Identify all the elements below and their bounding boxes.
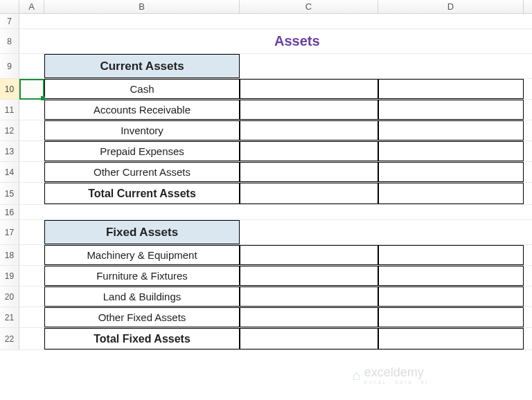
col-header-C[interactable]: C: [240, 0, 378, 13]
cell-A18[interactable]: [19, 245, 44, 265]
item-inventory[interactable]: Inventory: [44, 120, 240, 140]
cell-A20[interactable]: [19, 287, 44, 307]
cell-D18[interactable]: [378, 245, 524, 265]
cell-C19[interactable]: [240, 266, 378, 286]
col-header-A[interactable]: A: [19, 0, 44, 13]
item-furniture-fixtures[interactable]: Furniture & Fixtures: [44, 266, 240, 286]
cell-A19[interactable]: [19, 266, 44, 286]
row-header-13[interactable]: 13: [0, 141, 19, 161]
total-fixed-assets[interactable]: Total Fixed Assets: [44, 328, 240, 349]
select-all-corner[interactable]: [0, 0, 19, 13]
item-machinery-equipment[interactable]: Machinery & Equipment: [44, 245, 240, 265]
cell-A21[interactable]: [19, 307, 44, 327]
cell-C16[interactable]: [240, 205, 378, 219]
cell-A16[interactable]: [19, 205, 44, 219]
row-9: 9 Current Assets: [0, 54, 532, 79]
row-header-18[interactable]: 18: [0, 245, 19, 265]
item-other-current-assets[interactable]: Other Current Assets: [44, 162, 240, 182]
cell-C11[interactable]: [240, 100, 378, 120]
cell-C12[interactable]: [240, 120, 378, 140]
cell-A7[interactable]: [19, 14, 44, 28]
cell-C18[interactable]: [240, 245, 378, 265]
cell-A10[interactable]: [19, 79, 44, 99]
item-other-fixed-assets[interactable]: Other Fixed Assets: [44, 307, 240, 327]
row-header-15[interactable]: 15: [0, 183, 19, 204]
row-header-20[interactable]: 20: [0, 287, 19, 307]
row-12: 12 Inventory: [0, 120, 532, 141]
page-title: Assets: [240, 29, 378, 53]
row-16: 16: [0, 205, 532, 220]
cell-C20[interactable]: [240, 287, 378, 307]
cell-A13[interactable]: [19, 141, 44, 161]
cell-C22[interactable]: [240, 328, 378, 349]
item-accounts-receivable[interactable]: Accounts Receivable: [44, 100, 240, 120]
row-11: 11 Accounts Receivable: [0, 100, 532, 120]
section-header-fixed-assets[interactable]: Fixed Assets: [44, 220, 240, 244]
cell-D22[interactable]: [378, 328, 524, 349]
cell-D15[interactable]: [378, 183, 524, 204]
row-7: 7: [0, 14, 532, 29]
cell-C21[interactable]: [240, 307, 378, 327]
cell-D19[interactable]: [378, 266, 524, 286]
cell-A12[interactable]: [19, 120, 44, 140]
row-header-11[interactable]: 11: [0, 100, 19, 120]
row-header-10[interactable]: 10: [0, 79, 19, 99]
item-land-buildings[interactable]: Land & Buildings: [44, 287, 240, 307]
cell-A17[interactable]: [19, 220, 44, 244]
cell-A9[interactable]: [19, 54, 44, 78]
row-header-16[interactable]: 16: [0, 205, 19, 219]
cell-C14[interactable]: [240, 162, 378, 182]
cell-D11[interactable]: [378, 100, 524, 120]
cell-A8[interactable]: [19, 29, 44, 53]
row-21: 21 Other Fixed Assets: [0, 307, 532, 328]
row-19: 19 Furniture & Fixtures: [0, 266, 532, 287]
row-header-17[interactable]: 17: [0, 220, 19, 244]
row-10: 10 Cash: [0, 79, 532, 100]
cell-D7[interactable]: [378, 14, 524, 28]
cell-D16[interactable]: [378, 205, 524, 219]
watermark-brand: exceldemy: [364, 365, 424, 379]
row-22: 22 Total Fixed Assets: [0, 328, 532, 350]
row-header-19[interactable]: 19: [0, 266, 19, 286]
cell-C13[interactable]: [240, 141, 378, 161]
watermark-logo-icon: ⌂: [353, 367, 361, 383]
col-header-B[interactable]: B: [44, 0, 240, 13]
cell-B8[interactable]: x: [44, 29, 240, 53]
cell-D12[interactable]: [378, 120, 524, 140]
cell-D8[interactable]: [378, 29, 524, 53]
cell-C10[interactable]: [240, 79, 378, 99]
item-cash[interactable]: Cash: [44, 79, 240, 99]
row-header-14[interactable]: 14: [0, 162, 19, 182]
row-13: 13 Prepaid Expenses: [0, 141, 532, 162]
cell-C15[interactable]: [240, 183, 378, 204]
col-header-D[interactable]: D: [378, 0, 524, 13]
cell-B16[interactable]: [44, 205, 240, 219]
cell-A22[interactable]: [19, 328, 44, 349]
cell-C17[interactable]: [240, 220, 378, 244]
cell-D17[interactable]: [378, 220, 524, 244]
cell-C7[interactable]: [240, 14, 378, 28]
cell-D9[interactable]: [378, 54, 524, 78]
cell-D10[interactable]: [378, 79, 524, 99]
watermark: ⌂ exceldemy EXCEL · DATA · BI: [353, 365, 428, 385]
cell-B7[interactable]: [44, 14, 240, 28]
section-header-current-assets[interactable]: Current Assets: [44, 54, 240, 78]
row-18: 18 Machinery & Equipment: [0, 245, 532, 266]
cell-D14[interactable]: [378, 162, 524, 182]
cell-D21[interactable]: [378, 307, 524, 327]
row-header-12[interactable]: 12: [0, 120, 19, 140]
cell-A14[interactable]: [19, 162, 44, 182]
row-header-7[interactable]: 7: [0, 14, 19, 28]
cell-C9[interactable]: [240, 54, 378, 78]
row-header-22[interactable]: 22: [0, 328, 19, 349]
row-header-21[interactable]: 21: [0, 307, 19, 327]
total-current-assets[interactable]: Total Current Assets: [44, 183, 240, 204]
item-prepaid-expenses[interactable]: Prepaid Expenses: [44, 141, 240, 161]
row-header-8[interactable]: 8: [0, 29, 19, 53]
watermark-tagline: EXCEL · DATA · BI: [364, 380, 428, 385]
cell-A11[interactable]: [19, 100, 44, 120]
cell-D13[interactable]: [378, 141, 524, 161]
cell-A15[interactable]: [19, 183, 44, 204]
row-header-9[interactable]: 9: [0, 54, 19, 78]
cell-D20[interactable]: [378, 287, 524, 307]
